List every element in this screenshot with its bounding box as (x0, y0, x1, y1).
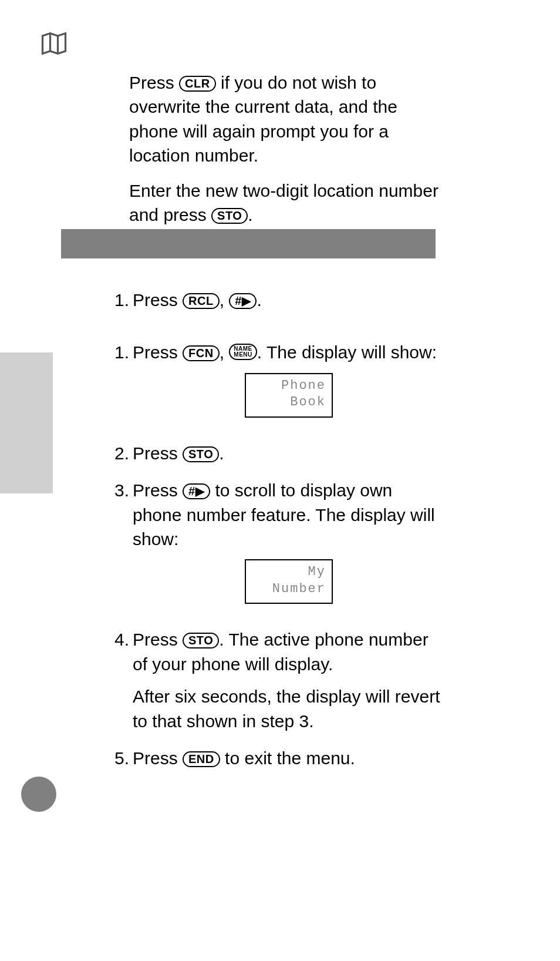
step-item: 4. Press STO. The active phone number of… (104, 627, 445, 733)
fcn-key-icon: FCN (183, 345, 220, 361)
step-item: 2. Press STO. (104, 441, 445, 465)
section-divider (61, 229, 436, 258)
end-key-icon: END (183, 751, 220, 767)
side-tab (0, 352, 53, 493)
text: Press (133, 342, 183, 362)
lcd-line: Book (249, 394, 326, 411)
hash-key-icon: #▶ (229, 293, 257, 309)
step-number: 2. (104, 441, 133, 465)
step-item: 5. Press END to exit the menu. (104, 746, 445, 770)
intro-p2: Enter the new two-digit location number … (129, 179, 440, 227)
text: Press (133, 443, 183, 463)
clr-key-icon: CLR (179, 76, 216, 92)
step-body: Press #▶ to scroll to display own phone … (133, 478, 445, 614)
sto-key-icon: STO (211, 208, 248, 224)
text: to exit the menu. (220, 748, 355, 768)
text: Press (133, 480, 183, 500)
lcd-line: Number (249, 581, 326, 598)
text: Press (133, 630, 183, 649)
steps-list: 1. Press RCL, #▶. 1. Press FCN, NAMEMENU… (104, 288, 445, 783)
step-body: Press FCN, NAMEMENU. The display will sh… (133, 340, 445, 428)
hash-key-icon: #▶ (183, 483, 210, 499)
text: Enter the new two-digit location number … (129, 181, 438, 224)
lcd-display: My Number (245, 559, 333, 604)
name-menu-key-icon: NAMEMENU (229, 344, 257, 360)
step-body: Press STO. (133, 441, 445, 465)
text: . The display will show: (257, 342, 437, 362)
map-icon (39, 28, 69, 59)
lcd-line: Phone (249, 378, 326, 395)
sto-key-icon: STO (183, 446, 219, 462)
step-item: 1. Press RCL, #▶. (104, 288, 445, 312)
lcd-line: My (249, 564, 326, 581)
step-body: Press RCL, #▶. (133, 288, 445, 312)
text: Press (129, 73, 179, 92)
page-dot-icon (21, 777, 56, 812)
text: , (220, 342, 230, 362)
step-number: 3. (104, 478, 133, 614)
step-body: Press STO. The active phone number of yo… (133, 627, 445, 733)
intro-paragraphs: Press CLR if you do not wish to overwrit… (129, 70, 440, 237)
rcl-key-icon: RCL (183, 293, 220, 309)
text: Press (133, 290, 183, 310)
step-item: 1. Press FCN, NAMEMENU. The display will… (104, 340, 445, 428)
sto-key-icon: STO (183, 633, 219, 648)
step-number: 5. (104, 746, 133, 770)
text: , (220, 290, 230, 310)
intro-p1: Press CLR if you do not wish to overwrit… (129, 70, 440, 168)
step-body: Press END to exit the menu. (133, 746, 445, 770)
step-item: 3. Press #▶ to scroll to display own pho… (104, 478, 445, 614)
step-extra-text: After six seconds, the display will reve… (133, 684, 445, 733)
text: Press (133, 748, 183, 768)
text: . (219, 443, 224, 463)
text: . (248, 205, 252, 224)
text: . (257, 290, 261, 310)
step-number: 1. (104, 288, 133, 312)
step-number: 4. (104, 627, 133, 733)
lcd-display: Phone Book (245, 373, 333, 418)
step-number: 1. (104, 340, 133, 428)
